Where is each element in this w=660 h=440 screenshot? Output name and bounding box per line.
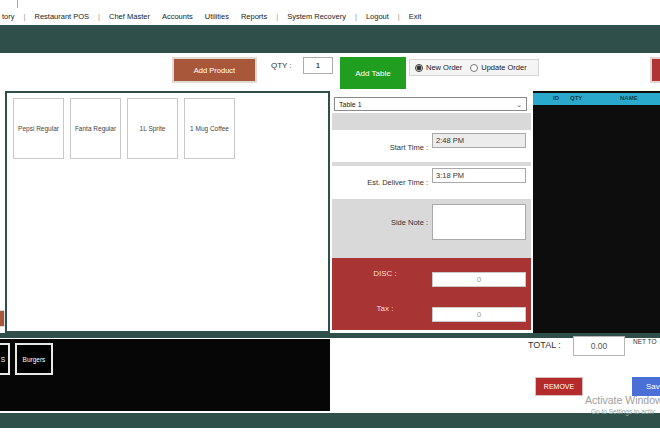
- menu-item-system-recovery[interactable]: System Recovery: [281, 12, 352, 21]
- product-tiles-row: Pepsi Regular Fanta Regular 1L Sprite 1 …: [7, 93, 328, 164]
- menu-separator: |: [395, 12, 403, 21]
- panel-divider-band: [332, 113, 531, 130]
- window-edge-artifact: [17, 0, 18, 8]
- pos-app-window: tory | Restaurant POS | Chef Master Acco…: [0, 0, 660, 440]
- start-time-label: Start Time :: [338, 143, 428, 152]
- grid-column-id[interactable]: ID: [553, 95, 559, 101]
- total-input[interactable]: [573, 336, 625, 356]
- panel-bottom-divider: [0, 333, 660, 338]
- side-note-label: Side Note :: [338, 218, 428, 227]
- add-product-button[interactable]: Add Product: [172, 57, 257, 83]
- qty-label: QTY :: [271, 61, 292, 70]
- radio-new-order-label: New Order: [426, 63, 462, 72]
- chevron-down-icon: ⌄: [516, 101, 522, 108]
- remove-button[interactable]: REMOVE: [535, 377, 583, 396]
- est-deliver-time-label: Est. Deliver Time :: [338, 178, 428, 187]
- grid-column-name[interactable]: NAME: [620, 95, 638, 101]
- radio-new-order-input[interactable]: [415, 64, 423, 72]
- grid-column-qty[interactable]: QTY: [570, 95, 582, 101]
- table-select-value: Table 1: [339, 101, 362, 108]
- categories-panel: S Burgers: [0, 339, 330, 411]
- product-tile[interactable]: Pepsi Regular: [13, 98, 64, 159]
- product-tile[interactable]: Fanta Regular: [70, 98, 121, 159]
- disc-label: DISC :: [340, 269, 430, 278]
- menu-separator: |: [273, 12, 281, 21]
- cutoff-red-button-top-right[interactable]: [650, 57, 660, 83]
- order-details-panel: Table 1 ⌄ Start Time : Est. Deliver Time…: [332, 94, 531, 334]
- menu-item-tory[interactable]: tory: [0, 12, 21, 21]
- header-band: [0, 25, 660, 53]
- product-tile[interactable]: 1L Sprite: [127, 98, 178, 159]
- product-tile[interactable]: 1 Mug Coffee: [184, 98, 235, 159]
- menu-bar: tory | Restaurant POS | Chef Master Acco…: [0, 8, 660, 24]
- menu-item-chef-master[interactable]: Chef Master: [103, 12, 156, 21]
- radio-update-order[interactable]: Update Order: [470, 63, 526, 72]
- disc-input[interactable]: [432, 272, 526, 287]
- menu-item-exit[interactable]: Exit: [403, 12, 428, 21]
- menu-separator: |: [95, 12, 103, 21]
- qty-input[interactable]: [303, 57, 333, 74]
- radio-update-order-input[interactable]: [470, 64, 478, 72]
- products-panel: Pepsi Regular Fanta Regular 1L Sprite 1 …: [5, 91, 330, 333]
- grid-header-row: ID QTY NAME: [533, 93, 660, 105]
- table-select[interactable]: Table 1 ⌄: [334, 97, 527, 111]
- menu-item-logout[interactable]: Logout: [360, 12, 395, 21]
- net-total-label: NET TO: [633, 338, 656, 345]
- activate-windows-subtext: Go to Settings to activ: [591, 408, 655, 415]
- menu-item-accounts[interactable]: Accounts: [156, 12, 199, 21]
- category-tile-cutoff[interactable]: S: [0, 343, 10, 375]
- start-time-input[interactable]: [432, 133, 526, 148]
- add-table-button[interactable]: Add Table: [340, 57, 406, 89]
- activate-windows-watermark: Activate Windows: [585, 394, 660, 406]
- radio-new-order[interactable]: New Order: [415, 63, 462, 72]
- menu-item-reports[interactable]: Reports: [235, 12, 273, 21]
- radio-update-order-label: Update Order: [481, 63, 526, 72]
- footer-band: [0, 413, 660, 428]
- cutoff-button-left-edge[interactable]: [0, 310, 5, 327]
- order-mode-radio-group: New Order Update Order: [409, 59, 539, 76]
- menu-item-utilities[interactable]: Utilities: [199, 12, 235, 21]
- est-deliver-time-input[interactable]: [432, 168, 526, 183]
- menu-item-restaurant-pos[interactable]: Restaurant POS: [28, 12, 95, 21]
- tax-label: Tax :: [340, 304, 430, 313]
- menu-separator: |: [21, 12, 29, 21]
- total-label: TOTAL :: [528, 340, 561, 350]
- menu-separator: |: [352, 12, 360, 21]
- tax-input[interactable]: [432, 307, 526, 322]
- category-tile-burgers[interactable]: Burgers: [15, 343, 53, 375]
- panel-divider: [332, 162, 531, 166]
- side-note-textarea[interactable]: [432, 204, 526, 240]
- order-items-grid: ID QTY NAME: [533, 91, 660, 333]
